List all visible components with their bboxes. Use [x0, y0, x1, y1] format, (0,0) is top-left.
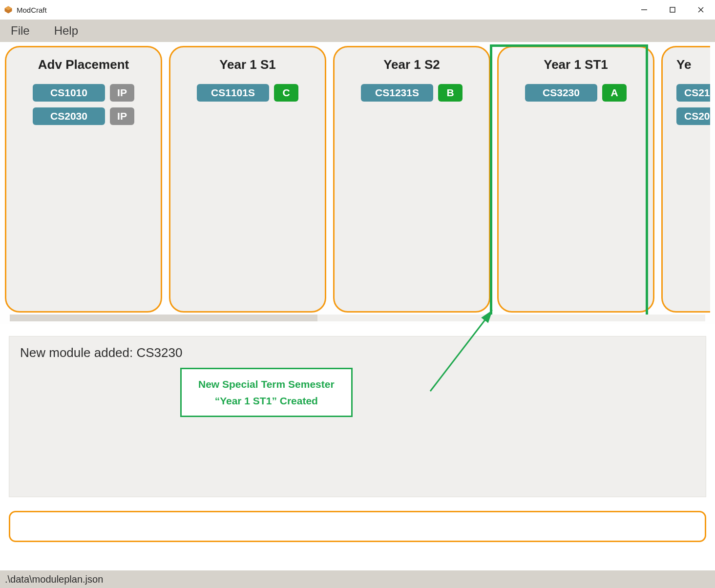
semester-card-y1s1[interactable]: Year 1 S1 CS1101S C	[169, 46, 326, 313]
horizontal-scrollbar[interactable]	[10, 315, 705, 321]
module-row: CS21	[676, 84, 710, 102]
footer-path: .\data\moduleplan.json	[5, 574, 103, 585]
semester-title: Ye	[676, 57, 691, 72]
callout-line2: “Year 1 ST1” Created	[198, 393, 335, 409]
command-input[interactable]	[9, 511, 706, 542]
semester-card-partial[interactable]: Ye CS21 CS20	[661, 46, 710, 313]
module-chip[interactable]: CS20	[676, 107, 710, 125]
titlebar: ModCraft	[0, 0, 715, 20]
grade-chip: B	[438, 84, 463, 102]
module-chip[interactable]: CS1231S	[361, 84, 433, 102]
app-icon	[4, 5, 13, 14]
module-chip[interactable]: CS3230	[525, 84, 597, 102]
command-row	[9, 511, 706, 542]
semester-title: Year 1 ST1	[544, 57, 608, 72]
status-message: New module added: CS3230	[20, 345, 695, 360]
footer-status-bar: .\data\moduleplan.json	[0, 570, 715, 588]
module-chip[interactable]: CS1101S	[197, 84, 269, 102]
grade-chip: A	[602, 84, 627, 102]
module-chip[interactable]: CS1010	[33, 84, 105, 102]
callout-box: New Special Term Semester “Year 1 ST1” C…	[180, 368, 353, 417]
semester-card-y1st1[interactable]: Year 1 ST1 CS3230 A	[497, 46, 654, 313]
module-row: CS1010 IP	[33, 84, 134, 102]
module-row: CS3230 A	[525, 84, 627, 102]
grade-chip: IP	[110, 107, 134, 125]
grade-chip: C	[274, 84, 298, 102]
app-title: ModCraft	[17, 6, 47, 14]
close-button[interactable]	[687, 0, 715, 20]
module-row: CS1101S C	[197, 84, 298, 102]
minimize-button[interactable]	[630, 0, 658, 20]
semester-scroll[interactable]: Adv Placement CS1010 IP CS2030 IP Year 1…	[5, 46, 710, 313]
module-chip[interactable]: CS2030	[33, 107, 105, 125]
callout-line1: New Special Term Semester	[198, 376, 335, 393]
window-controls	[630, 0, 715, 20]
module-row: CS1231S B	[361, 84, 463, 102]
scrollbar-thumb[interactable]	[10, 315, 317, 321]
semester-card-y1s2[interactable]: Year 1 S2 CS1231S B	[333, 46, 490, 313]
grade-chip: IP	[110, 84, 134, 102]
menu-help[interactable]: Help	[54, 24, 78, 38]
semester-title: Year 1 S1	[219, 57, 276, 72]
menubar: File Help	[0, 20, 715, 42]
semester-area: Adv Placement CS1010 IP CS2030 IP Year 1…	[0, 42, 715, 324]
maximize-button[interactable]	[658, 0, 687, 20]
status-panel: New module added: CS3230 New Special Ter…	[9, 336, 706, 497]
module-row: CS2030 IP	[33, 107, 134, 125]
semester-title: Year 1 S2	[383, 57, 440, 72]
menu-file[interactable]: File	[11, 24, 30, 38]
module-row: CS20	[676, 107, 710, 125]
svg-rect-3	[670, 7, 675, 12]
module-chip[interactable]: CS21	[676, 84, 710, 102]
semester-card-adv-placement[interactable]: Adv Placement CS1010 IP CS2030 IP	[5, 46, 162, 313]
semester-title: Adv Placement	[38, 57, 129, 72]
